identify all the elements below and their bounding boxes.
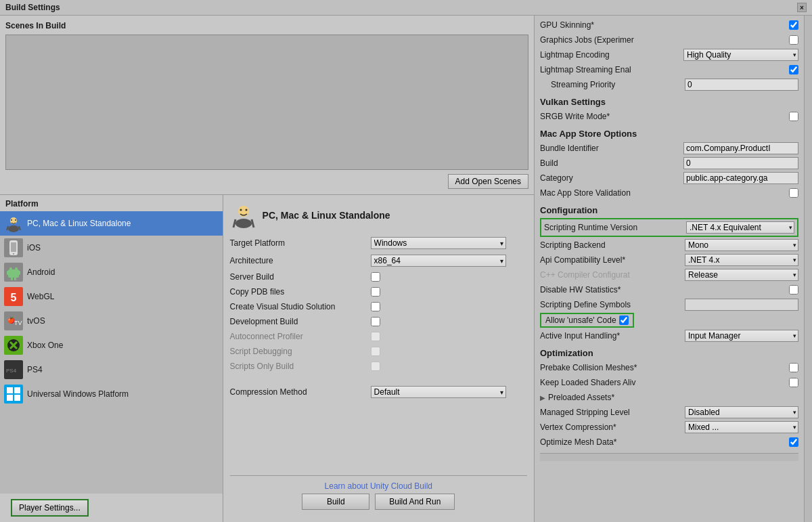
optimize-mesh-checkbox[interactable] (789, 437, 798, 447)
allow-unsafe-checkbox[interactable] (619, 316, 629, 325)
vertex-compression-row: Vertex Compression* Mixed ... (540, 420, 798, 434)
bundle-id-input[interactable] (683, 142, 798, 154)
scripting-define-input[interactable] (685, 299, 798, 311)
cpp-compiler-select[interactable]: Release (685, 269, 798, 281)
player-settings-button[interactable]: Player Settings... (11, 499, 89, 517)
add-open-scenes-button[interactable]: Add Open Scenes (448, 174, 528, 189)
cpp-compiler-select-wrapper: Release (685, 269, 798, 281)
autoconnect-checkbox[interactable] (371, 332, 380, 341)
scrollbar-vertical[interactable] (804, 16, 812, 522)
create-vs-label: Create Visual Studio Solution (230, 302, 365, 311)
active-input-label: Active Input Handling* (540, 331, 682, 341)
mac-validation-checkbox[interactable] (789, 188, 798, 198)
svg-rect-30 (14, 395, 20, 401)
platform-item-ios[interactable]: iOS (0, 236, 223, 260)
managed-stripping-row: Managed Stripping Level Disabled (540, 406, 798, 419)
target-platform-select-wrapper: Windows (371, 237, 506, 249)
platform-item-ps4[interactable]: PS4 PS4 (0, 357, 223, 382)
copy-pdb-checkbox[interactable] (371, 287, 380, 297)
platform-item-label-uwp: Universal Windows Platform (27, 389, 129, 399)
srgb-checkbox[interactable] (789, 112, 798, 121)
platform-item-uwp[interactable]: Universal Windows Platform (0, 382, 223, 406)
svg-point-1 (10, 217, 17, 224)
architecture-select[interactable]: x86_64 (371, 255, 506, 267)
svg-point-8 (13, 253, 14, 255)
platform-item-label-ps4: PS4 (27, 365, 43, 374)
scenes-list (5, 35, 528, 170)
platform-icon-ps4: PS4 (4, 360, 23, 379)
platform-item-xbox[interactable]: Xbox One (0, 333, 223, 357)
scripting-runtime-label: Scripting Runtime Version (544, 223, 683, 232)
disable-hw-checkbox[interactable] (789, 285, 798, 295)
script-debugging-row: Script Debugging (230, 347, 527, 356)
copy-pdb-label: Copy PDB files (230, 287, 365, 297)
svg-point-32 (235, 219, 252, 228)
vertex-compression-select[interactable]: Mixed ... (685, 421, 798, 433)
streaming-priority-input[interactable] (685, 79, 798, 91)
scenes-section: Scenes In Build Add Open Scenes (0, 16, 534, 195)
active-input-select[interactable]: Input Manager (685, 330, 798, 342)
build-and-run-button[interactable]: Build And Run (375, 494, 455, 510)
api-compat-label: Api Compatibility Level* (540, 255, 682, 265)
lightmap-encoding-select[interactable]: High Quality (683, 49, 798, 61)
svg-point-33 (240, 209, 242, 211)
scripting-runtime-select-wrapper: .NET 4.x Equivalent (686, 221, 794, 234)
lightmap-streaming-label: Lightmap Streaming Enal (540, 65, 786, 74)
gpu-skinning-checkbox[interactable] (789, 20, 798, 30)
platform-item-pc-mac-linux[interactable]: PC, Mac & Linux Standalone (0, 211, 223, 236)
scripting-define-label: Scripting Define Symbols (540, 300, 682, 309)
build-row: Build (540, 156, 798, 170)
platform-details-icon (230, 202, 257, 229)
api-compat-select[interactable]: .NET 4.x (685, 254, 798, 266)
svg-rect-10 (8, 269, 19, 278)
scripting-backend-label: Scripting Backend (540, 240, 682, 250)
platform-icon-webgl: 5 (4, 287, 23, 306)
cpp-compiler-row: C++ Compiler Configurat Release (540, 268, 798, 282)
triangle-icon: ▶ (540, 394, 545, 401)
lightmap-streaming-row: Lightmap Streaming Enal (540, 63, 798, 77)
server-build-checkbox[interactable] (371, 272, 380, 282)
development-build-checkbox[interactable] (371, 317, 380, 326)
details-spacer (230, 404, 527, 471)
platform-details: PC, Mac & Linux Standalone Target Platfo… (223, 195, 534, 522)
streaming-priority-row: Streaming Priority (540, 78, 798, 91)
allow-unsafe-label: Allow 'unsafe' Code (545, 316, 616, 325)
script-debugging-checkbox[interactable] (371, 347, 380, 356)
compression-select[interactable]: Default (371, 386, 506, 398)
prebake-row: Prebake Collision Meshes* (540, 361, 798, 374)
server-build-label: Server Build (230, 272, 365, 282)
platform-item-tvos[interactable]: 🍎 TV tvOS (0, 309, 223, 333)
build-input[interactable] (683, 157, 798, 169)
lightmap-streaming-checkbox[interactable] (789, 65, 798, 74)
prebake-checkbox[interactable] (789, 363, 798, 372)
close-button[interactable]: × (797, 3, 807, 12)
keep-shaders-checkbox[interactable] (789, 378, 798, 387)
platform-details-title: PC, Mac & Linux Standalone (263, 210, 390, 221)
build-label: Build (540, 158, 681, 168)
create-vs-checkbox[interactable] (371, 302, 380, 311)
target-platform-label: Target Platform (230, 238, 365, 248)
build-settings-window: Build Settings × Scenes In Build Add Ope… (0, 0, 812, 522)
scrollbar-horizontal[interactable] (540, 453, 798, 461)
svg-text:PS4: PS4 (6, 368, 17, 374)
category-label: Category (540, 173, 681, 183)
platform-item-label-pc: PC, Mac & Linux Standalone (27, 219, 131, 228)
scripts-only-checkbox[interactable] (371, 362, 380, 371)
scripting-runtime-select[interactable]: .NET 4.x Equivalent (686, 221, 794, 234)
category-input[interactable] (683, 172, 798, 184)
scripting-define-row: Scripting Define Symbols (540, 298, 798, 311)
architecture-select-wrapper: x86_64 (371, 255, 506, 267)
cloud-build-link[interactable]: Learn about Unity Cloud Build (235, 481, 522, 491)
platform-item-android[interactable]: Android (0, 260, 223, 284)
scripting-backend-select[interactable]: Mono (685, 239, 798, 251)
platform-item-label-android: Android (27, 267, 55, 277)
svg-point-11 (9, 267, 12, 270)
platform-item-webgl[interactable]: 5 WebGL (0, 284, 223, 309)
graphics-jobs-checkbox[interactable] (789, 35, 798, 45)
build-button[interactable]: Build (302, 494, 369, 510)
platform-list: PC, Mac & Linux Standalone (0, 211, 223, 494)
create-vs-row: Create Visual Studio Solution (230, 302, 527, 311)
target-platform-select[interactable]: Windows (371, 237, 506, 249)
managed-stripping-select[interactable]: Disabled (685, 406, 798, 418)
bundle-id-row: Bundle Identifier (540, 142, 798, 155)
